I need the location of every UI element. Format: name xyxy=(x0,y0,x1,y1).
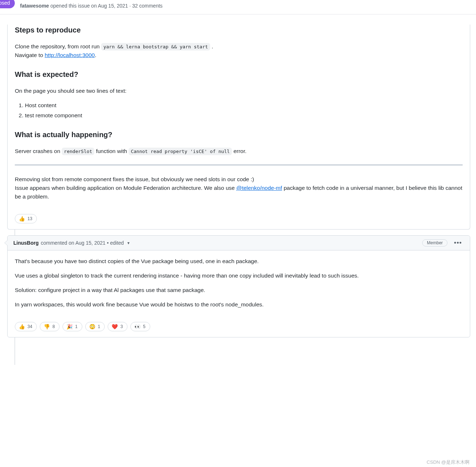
eyes-icon: 👀 xyxy=(134,324,140,329)
text: function with xyxy=(94,148,129,154)
kebab-icon[interactable]: ••• xyxy=(452,240,464,246)
p-clone: Clone the repository, from root run yarn… xyxy=(15,42,463,60)
chevron-down-icon[interactable]: ▼ xyxy=(127,241,130,245)
issue-meta: fatawesome opened this issue on Aug 15, … xyxy=(20,2,163,9)
reaction-confused[interactable]: 😳1 xyxy=(85,322,105,331)
comment-p3: Solution: configure project in a way tha… xyxy=(15,286,463,294)
reactions: 👍 13 xyxy=(8,214,470,229)
link-node-mf[interactable]: @telenko/node-mf xyxy=(236,185,282,191)
reaction-count: 5 xyxy=(143,324,146,329)
reaction-thumbsup[interactable]: 👍 13 xyxy=(15,214,37,223)
comment-p1: That's because you have two distinct cop… xyxy=(15,257,463,266)
comment-p4: In yarn workspaces, this would work fine… xyxy=(15,300,463,309)
comment-card: LinusBorg commented on Aug 15, 2021 • ed… xyxy=(7,235,470,337)
heading-actual: What is actually happening? xyxy=(15,129,463,140)
code-error: Cannot read property 'isCE' of null xyxy=(129,148,232,155)
list-item: test remote component xyxy=(25,111,463,120)
reaction-eyes[interactable]: 👀5 xyxy=(130,322,150,331)
thumbsdown-icon: 👎 xyxy=(44,324,50,329)
code-command: yarn && lerna bootstrap && yarn start xyxy=(101,43,210,51)
text: Clone the repository, from root run xyxy=(15,43,101,49)
p-issue: Issue appears when building application … xyxy=(15,184,463,201)
section-divider xyxy=(15,164,463,166)
hooray-icon: 🎉 xyxy=(66,324,73,329)
comment-header: LinusBorg commented on Aug 15, 2021 • ed… xyxy=(8,236,470,250)
text: Server crashes on xyxy=(15,148,62,154)
reaction-heart[interactable]: ❤️3 xyxy=(108,322,127,331)
p-actual: Server crashes on renderSlot function wi… xyxy=(15,147,463,156)
text: Navigate to xyxy=(15,52,45,58)
confused-icon: 😳 xyxy=(89,324,95,329)
text: Issue appears when building application … xyxy=(15,185,236,191)
heart-icon: ❤️ xyxy=(112,324,118,329)
expected-list: Host content test remote component xyxy=(25,101,463,120)
reaction-count: 34 xyxy=(27,324,32,329)
reaction-count: 8 xyxy=(52,324,55,329)
p-expected: On the page you should see two lines of … xyxy=(15,87,463,95)
issue-status-badge: losed xyxy=(0,0,15,8)
issue-author[interactable]: fatawesome xyxy=(20,3,49,9)
issue-body-card: Steps to reproduce Clone the repository,… xyxy=(7,25,470,230)
reactions: 👍34 👎8 🎉1 😳1 ❤️3 👀5 xyxy=(8,322,470,337)
comment-caret xyxy=(4,240,8,246)
comment-author[interactable]: LinusBorg xyxy=(13,240,39,246)
reaction-thumbsdown[interactable]: 👎8 xyxy=(40,322,60,331)
reaction-hooray[interactable]: 🎉1 xyxy=(62,322,82,331)
text: error. xyxy=(232,148,246,154)
p-remove: Removing slot from remote component fixe… xyxy=(15,175,463,184)
reaction-count: 1 xyxy=(75,324,78,329)
reaction-count: 3 xyxy=(120,324,123,329)
link-localhost[interactable]: http://localhost:3000 xyxy=(45,52,95,58)
issue-opened-text: opened this issue on Aug 15, 2021 · 32 c… xyxy=(49,3,163,9)
reaction-count: 13 xyxy=(27,216,32,221)
list-item: Host content xyxy=(25,101,463,110)
comment-p2: Vue uses a global singleton to track the… xyxy=(15,271,463,280)
text: . xyxy=(210,43,213,49)
reaction-thumbsup[interactable]: 👍34 xyxy=(15,322,37,331)
heading-steps: Steps to reproduce xyxy=(15,25,463,36)
text: . xyxy=(95,52,96,58)
thumbsup-icon: 👍 xyxy=(19,216,25,222)
heading-expected: What is expected? xyxy=(15,69,463,80)
member-badge: Member xyxy=(422,239,447,246)
thumbsup-icon: 👍 xyxy=(19,324,25,329)
reaction-count: 1 xyxy=(98,324,100,329)
comment-meta: commented on Aug 15, 2021 • edited xyxy=(41,240,124,246)
code-renderslot: renderSlot xyxy=(62,148,94,155)
